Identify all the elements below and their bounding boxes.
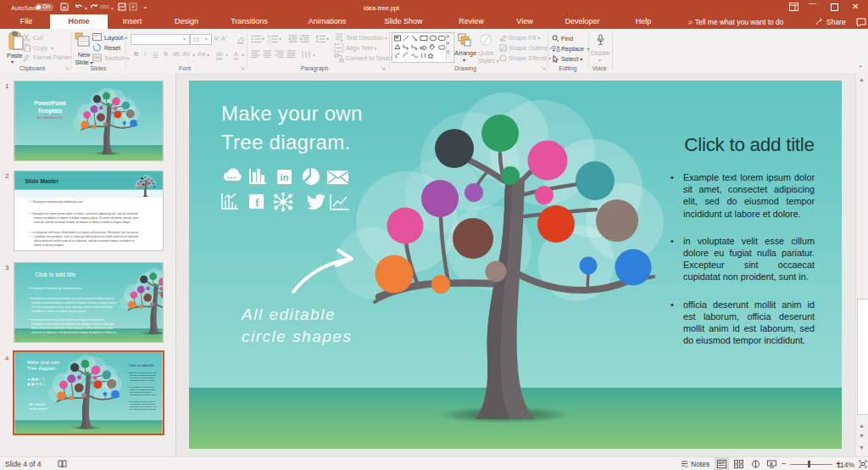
- svg-text:nostrud, sed do eiusmod tempor: nostrud, sed do eiusmod tempor incididun…: [34, 221, 131, 224]
- svg-text:• Powerpoint Template by slid: • Powerpoint Template by slideboom.com: [28, 287, 81, 290]
- svg-text:est laborum, officia deserunt: est laborum, officia deserunt: [130, 403, 155, 406]
- svg-text:Slide Master: Slide Master: [25, 178, 58, 184]
- svg-text:• Powerpoint template by slid: • Powerpoint template by slideboom.com: [30, 200, 82, 204]
- svg-text:• Example text lorem ipsum dol: • Example text lorem ipsum dolor: [128, 372, 158, 374]
- svg-text:Ut enim ad minim veniam, quis: Ut enim ad minim veniam, quis nostrud, s…: [31, 305, 114, 309]
- svg-text:• Example text lorem ipsum do: • Example text lorem ipsum dolor sit ame…: [30, 212, 137, 215]
- svg-text:cupidatat non proident, sunt i: cupidatat non proident, sunt in culpa qu…: [34, 235, 139, 238]
- svg-text:Excepteur sint occaecat: Excepteur sint occaecat: [130, 391, 151, 394]
- svg-text:labore et dolore magna.: labore et dolore magna.: [34, 243, 64, 247]
- svg-text:in: in: [281, 172, 289, 182]
- svg-text:Template: Template: [37, 108, 63, 115]
- svg-text:Excepteur sint occaecat cupida: Excepteur sint occaecat cupidatat non pr…: [31, 322, 114, 326]
- svg-text:dolore eu fugiat nulla pariatu: dolore eu fugiat nulla pariatur.: [130, 389, 156, 391]
- svg-text:cupidatat non proident, sunt i: cupidatat non proident, sunt in.: [130, 394, 158, 396]
- svg-text:officia deserunt mollit anim i: officia deserunt mollit anim id est labo…: [34, 239, 135, 243]
- svg-text:Make your own: Make your own: [27, 360, 59, 365]
- svg-text:tempor incididunt ut labore et: tempor incididunt ut labore et dolore ma…: [34, 216, 139, 220]
- svg-text:Tree diagram.: Tree diagram.: [27, 366, 57, 371]
- svg-text:do eiusmod tempor incididunt.: do eiusmod tempor incididunt.: [130, 408, 157, 411]
- svg-text:circle shapes: circle shapes: [29, 407, 47, 411]
- svg-text:▦ ▣ ❉ ❖ △: ▦ ▣ ❉ ❖ △: [27, 383, 45, 386]
- svg-text:incididunt ut labore et dolore: incididunt ut labore et dolore magna ali…: [31, 310, 86, 313]
- svg-text:sed do eiusmod tempor incididu: sed do eiusmod tempor incididunt ut labo…: [31, 301, 117, 305]
- svg-text:☁ ▦ ▣ ◐ ✉: ☁ ▦ ▣ ◐ ✉: [27, 378, 45, 381]
- svg-text:• in voluptate velit esse cil: • in voluptate velit esse cillum dolore …: [28, 318, 105, 322]
- svg-text:incididunt ut labore et dolore: incididunt ut labore et dolore.: [130, 379, 156, 382]
- svg-text:• Example text lorem ipsum do: • Example text lorem ipsum dolor sit ame…: [28, 297, 114, 300]
- svg-text:• in voluptate velit esse cill: • in voluptate velit esse cillum: [128, 386, 154, 389]
- svg-text:elit, sed do eiusmod tempor: elit, sed do eiusmod tempor: [130, 377, 154, 379]
- svg-text:• in voluptate velit esse cil: • in voluptate velit esse cillum dolore …: [30, 231, 138, 234]
- svg-text:anim id est laborum, sed do ei: anim id est laborum, sed do eiusmod temp…: [31, 331, 116, 334]
- svg-text:officia deserunt mollit anim i: officia deserunt mollit anim id est labo…: [31, 327, 113, 330]
- svg-text:Click to add title: Click to add title: [129, 363, 155, 367]
- svg-text:mollit anim id est laborum, se: mollit anim id est laborum, sed: [130, 406, 158, 408]
- svg-text:by slideboom.com: by slideboom.com: [37, 116, 63, 120]
- svg-text:Click to add title: Click to add title: [35, 271, 75, 277]
- svg-text:All editable: All editable: [28, 403, 45, 406]
- svg-text:f: f: [255, 196, 259, 209]
- svg-text:sit amet, consectet adipiscing: sit amet, consectet adipiscing: [130, 374, 157, 377]
- svg-text:PowerPoint: PowerPoint: [34, 100, 66, 106]
- svg-text:• officia deserunt mollit anim: • officia deserunt mollit anim id: [128, 400, 156, 403]
